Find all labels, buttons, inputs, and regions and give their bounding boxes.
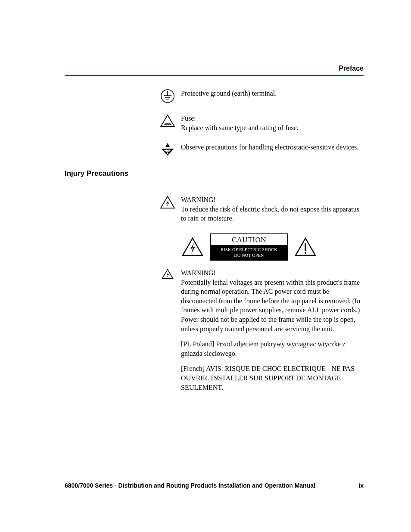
warning2-para3: [French] AVIS: RISQUE DE CHOC ELECTRIQUE… — [181, 364, 364, 392]
caution-box-line2: DO NOT OPEN — [211, 252, 287, 258]
caution-box-line1: RISK OF ELECTRIC SHOCK — [211, 247, 287, 252]
section-heading-injury: Injury Precautions — [65, 169, 364, 178]
warning1-text: To reduce the risk of electric shock, do… — [181, 205, 364, 223]
svg-rect-14 — [167, 153, 168, 154]
warning2-para1: Potentially lethal voltages are present … — [181, 278, 364, 334]
symbol-entry-ground: Protective ground (earth) terminal. — [65, 89, 364, 103]
svg-marker-10 — [165, 143, 170, 147]
footer-title: 6800/7000 Series - Distribution and Rout… — [65, 482, 315, 489]
fuse-text: Replace with same type and rating of fus… — [181, 123, 364, 133]
symbol-entry-esd: Observe precautions for handling electro… — [65, 143, 364, 156]
shock-warning-icon-small — [157, 268, 178, 280]
header-section-label: Preface — [65, 65, 364, 72]
fuse-title: Fuse: — [181, 114, 364, 123]
shock-triangle-icon — [181, 236, 204, 257]
ground-text: Protective ground (earth) terminal. — [181, 89, 364, 98]
caution-label-row: CAUTION RISK OF ELECTRIC SHOCK DO NOT OP… — [181, 233, 364, 261]
warning2-title: WARNING! — [181, 268, 364, 278]
caution-box-title: CAUTION — [211, 234, 287, 245]
caution-box: CAUTION RISK OF ELECTRIC SHOCK DO NOT OP… — [210, 233, 288, 261]
ground-icon — [157, 89, 178, 103]
symbol-entry-fuse: Fuse: Replace with same type and rating … — [65, 114, 364, 132]
svg-point-19 — [305, 252, 306, 254]
warning2-para2: [PL Poland] Przod zdjeciem pokrywy wycia… — [181, 339, 364, 358]
warning-entry-2: WARNING! Potentially lethal voltages are… — [65, 268, 364, 398]
shock-warning-icon — [157, 195, 178, 210]
fuse-icon — [157, 114, 178, 128]
exclamation-triangle-icon — [294, 236, 317, 257]
footer-page-number: ix — [358, 482, 364, 489]
warning1-title: WARNING! — [181, 195, 364, 205]
page-footer: 6800/7000 Series - Distribution and Rout… — [65, 482, 364, 489]
header-rule — [65, 75, 364, 76]
esd-icon — [157, 143, 178, 156]
warning-entry-1: WARNING! To reduce the risk of electric … — [65, 195, 364, 223]
esd-text: Observe precautions for handling electro… — [181, 143, 364, 152]
